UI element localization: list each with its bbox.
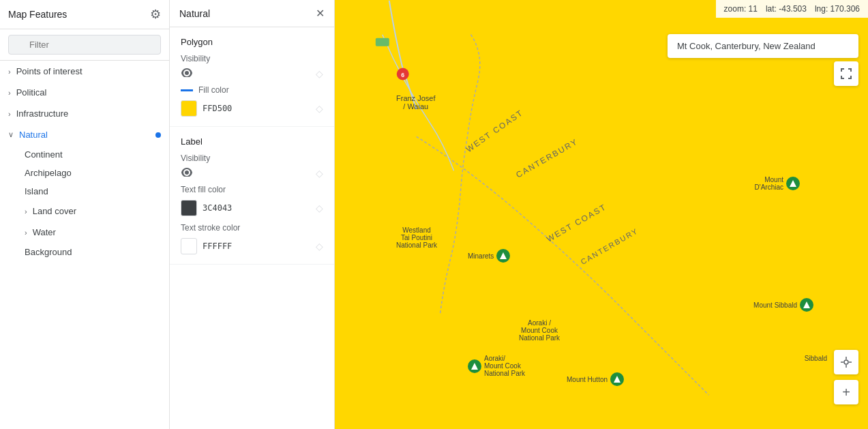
fill-color-left: Fill color [181, 85, 229, 95]
fill-color-swatch[interactable] [181, 100, 197, 117]
sidebar-item-infrastructure[interactable]: › Infrastructure [0, 103, 169, 124]
visibility-label: Visibility [181, 54, 323, 63]
sub-item-label: Water [33, 227, 56, 237]
text-fill-color-row: Text fill color [181, 185, 323, 194]
zoom-in-icon: + [842, 385, 850, 400]
sub-item-label: Continent [25, 149, 63, 160]
sidebar-subitem-background[interactable]: Background [0, 243, 169, 261]
fullscreen-button[interactable] [834, 61, 858, 86]
sidebar-item-label: Infrastructure [16, 108, 69, 119]
filter-wrap: ≡ [8, 35, 161, 55]
text-fill-swatch-row: 3C4043 ◇ [181, 200, 323, 216]
label-section-title: Label [181, 136, 323, 147]
text-stroke-diamond-icon[interactable]: ◇ [316, 241, 323, 252]
text-fill-diamond-icon[interactable]: ◇ [316, 203, 323, 213]
middle-panel-header: Natural ✕ [170, 0, 334, 27]
diamond-icon[interactable]: ◇ [316, 68, 323, 79]
sidebar-subitem-water[interactable]: › Water [0, 222, 169, 243]
fill-color-divider [181, 89, 193, 91]
text-fill-color-label: Text fill color [181, 185, 226, 194]
text-stroke-color-swatch[interactable] [181, 238, 197, 254]
chevron-right-icon: › [8, 68, 11, 76]
sidebar-item-political[interactable]: › Political [0, 82, 169, 103]
polygon-section-title: Polygon [181, 37, 323, 47]
sidebar-subitem-continent[interactable]: Continent [0, 145, 169, 164]
chevron-right-icon: › [8, 110, 11, 118]
gear-icon[interactable]: ⚙ [150, 7, 161, 22]
polygon-visibility-row: ◇ [181, 68, 323, 80]
search-box-text: Mt Cook, Canterbury, New Zealand [677, 41, 815, 51]
zoom-level: zoom: 11 [724, 4, 758, 14]
text-stroke-color-row: Text stroke color [181, 223, 323, 233]
chevron-right-icon: › [8, 89, 11, 97]
map-svg: 6 [335, 0, 868, 429]
sidebar-subitem-island[interactable]: Island [0, 182, 169, 201]
text-stroke-color-code: FFFFFF [203, 241, 232, 251]
swatch-left: FFD500 [181, 100, 232, 117]
lng-value: lng: 170.306 [815, 4, 860, 14]
sidebar-item-label: Points of interest [16, 66, 83, 76]
label-visibility-label: Visibility [181, 153, 323, 163]
fill-color-label: Fill color [198, 85, 229, 95]
svg-rect-0 [376, 38, 389, 46]
lat-value: lat: -43.503 [766, 4, 807, 14]
fill-color-row: Fill color [181, 85, 323, 95]
sidebar-subitem-land-cover[interactable]: › Land cover [0, 201, 169, 222]
chevron-down-icon: ∨ [8, 130, 14, 139]
map-area[interactable]: zoom: 11 lat: -43.503 lng: 170.306 6 Mt … [335, 0, 868, 429]
middle-panel-title: Natural [179, 8, 210, 19]
sub-item-label: Land cover [33, 206, 76, 216]
fill-color-swatch-row: FFD500 ◇ [181, 100, 323, 117]
filter-bar: ≡ [0, 29, 169, 61]
text-fill-color-code: 3C4043 [203, 203, 232, 213]
label-eye-icon[interactable] [181, 167, 193, 179]
label-visibility-row: ◇ [181, 167, 323, 179]
polygon-section: Polygon Visibility ◇ Fill color FFD500 ◇ [170, 27, 334, 127]
sub-item-label: Background [25, 247, 72, 257]
sidebar-item-label: Natural [19, 130, 48, 140]
svg-text:6: 6 [401, 72, 404, 78]
fullscreen-icon [840, 68, 852, 80]
sidebar-item-natural[interactable]: ∨ Natural [0, 124, 169, 145]
search-box[interactable]: Mt Cook, Canterbury, New Zealand [668, 34, 858, 58]
left-panel: Map Features ⚙ ≡ › Points of interest › … [0, 0, 170, 429]
location-icon [840, 356, 852, 368]
panel-title: Map Features [8, 9, 67, 20]
filter-input[interactable] [8, 35, 161, 55]
middle-panel: Natural ✕ Polygon Visibility ◇ Fill colo… [170, 0, 335, 429]
text-stroke-swatch-left: FFFFFF [181, 238, 232, 254]
close-icon[interactable]: ✕ [316, 7, 325, 20]
text-fill-color-swatch[interactable] [181, 200, 197, 216]
zoom-in-button[interactable]: + [834, 380, 858, 404]
eye-icon[interactable] [181, 68, 193, 80]
text-fill-swatch-left: 3C4043 [181, 200, 232, 216]
text-stroke-swatch-row: FFFFFF ◇ [181, 238, 323, 254]
svg-point-3 [844, 360, 848, 364]
text-stroke-color-label: Text stroke color [181, 223, 240, 233]
map-top-bar: zoom: 11 lat: -43.503 lng: 170.306 [716, 0, 868, 18]
label-diamond-icon[interactable]: ◇ [316, 168, 323, 179]
sidebar-item-label: Political [16, 87, 47, 98]
fill-diamond-icon[interactable]: ◇ [316, 103, 323, 114]
fill-color-code: FFD500 [203, 104, 232, 113]
label-section: Label Visibility ◇ Text fill color 3C404… [170, 127, 334, 265]
sidebar-subitem-archipelago[interactable]: Archipelago [0, 164, 169, 182]
chevron-right-icon: › [25, 207, 27, 216]
chevron-right-icon: › [25, 228, 27, 237]
active-dot [155, 132, 161, 138]
panel-header: Map Features ⚙ [0, 0, 169, 29]
location-button[interactable] [834, 350, 858, 374]
sub-item-label: Island [25, 186, 48, 196]
sidebar-item-points-of-interest[interactable]: › Points of interest [0, 61, 169, 82]
sub-item-label: Archipelago [25, 168, 72, 178]
